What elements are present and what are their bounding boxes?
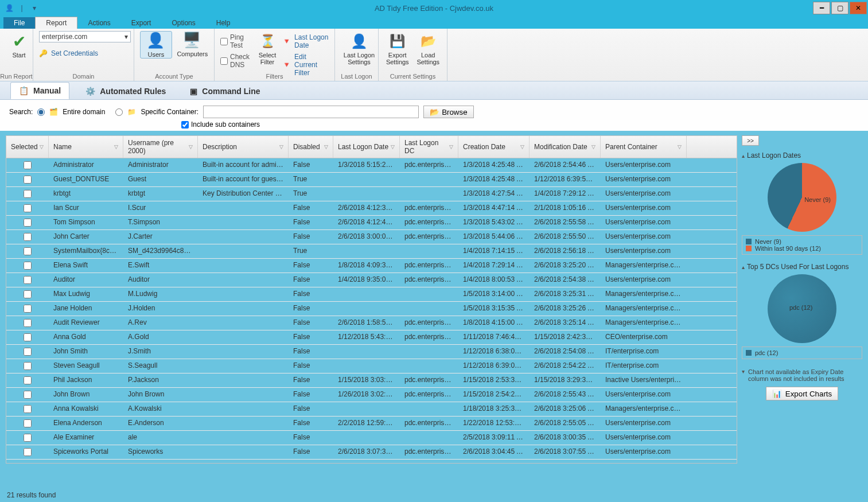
browse-button[interactable]: 📂Browse — [423, 106, 473, 118]
row-checkbox-cell[interactable] — [6, 330, 49, 344]
tab-actions[interactable]: Actions — [77, 17, 120, 29]
row-checkbox-cell[interactable] — [6, 187, 49, 201]
row-checkbox[interactable] — [24, 376, 32, 384]
row-checkbox[interactable] — [24, 190, 32, 198]
table-row[interactable]: Jane HoldenJ.HoldenFalse1/5/2018 3:15:35… — [6, 302, 737, 316]
table-row[interactable]: AdministratorAdministratorBuilt-in accou… — [6, 158, 737, 173]
row-checkbox-cell[interactable] — [6, 431, 49, 445]
row-checkbox-cell[interactable] — [6, 259, 49, 273]
table-row[interactable]: Spiceworks PortalSpiceworksFalse2/6/2018… — [6, 445, 737, 460]
include-sub-checkbox[interactable]: Include sub containers — [181, 120, 859, 129]
row-checkbox[interactable] — [24, 448, 32, 456]
container-combo[interactable] — [203, 106, 419, 118]
maximize-button[interactable]: ▢ — [831, 2, 848, 14]
domain-combo[interactable]: enterprise.com ▾ — [39, 31, 131, 42]
row-checkbox-cell[interactable] — [6, 158, 49, 172]
column-header[interactable]: Username (pre 2000)▽ — [123, 136, 198, 158]
column-header[interactable]: Disabled▽ — [289, 136, 333, 158]
users-button[interactable]: 👤 Users — [140, 31, 172, 59]
last-logon-settings-button[interactable]: 👤 Last Logon Settings — [341, 31, 377, 65]
table-row[interactable]: Anna KowalskiA.KowalskiFalse1/18/2018 3:… — [6, 402, 737, 417]
table-row[interactable]: John CarterJ.CarterFalse2/6/2018 3:00:00… — [6, 230, 737, 244]
filter-icon[interactable]: ▽ — [449, 144, 453, 150]
column-header[interactable]: Last Logon DC▽ — [400, 136, 458, 158]
row-checkbox[interactable] — [24, 391, 32, 399]
tab-command-line[interactable]: ▣Command Line — [182, 83, 268, 99]
row-checkbox[interactable] — [24, 233, 32, 241]
table-row[interactable]: krbtgtkrbtgtKey Distribution Center Serv… — [6, 187, 737, 201]
column-header[interactable]: Name▽ — [49, 136, 123, 158]
row-checkbox-cell[interactable] — [6, 244, 49, 258]
row-checkbox[interactable] — [24, 276, 32, 284]
tab-help[interactable]: Help — [206, 17, 241, 29]
row-checkbox[interactable] — [24, 419, 32, 427]
row-checkbox-cell[interactable] — [6, 345, 49, 359]
tab-report[interactable]: Report — [35, 17, 77, 29]
row-checkbox[interactable] — [24, 247, 32, 255]
collapse-panel-button[interactable]: >> — [742, 135, 759, 146]
filter-icon[interactable]: ▽ — [114, 144, 118, 150]
load-settings-button[interactable]: 📂 Load Settings — [415, 31, 442, 65]
filter-icon[interactable]: ▽ — [678, 144, 682, 150]
row-checkbox[interactable] — [24, 305, 32, 313]
row-checkbox[interactable] — [24, 290, 32, 298]
table-row[interactable]: Ale ExamineraleFalse2/5/2018 3:09:11 AM2… — [6, 431, 737, 445]
qat-dropdown-icon[interactable]: ▾ — [29, 2, 40, 14]
export-charts-button[interactable]: 📊Export Charts — [766, 387, 838, 400]
table-row[interactable]: Tom SimpsonT.SimpsonFalse2/6/2018 4:12:4… — [6, 216, 737, 230]
minimize-button[interactable]: ━ — [813, 2, 830, 14]
filter-icon[interactable]: ▽ — [324, 144, 328, 150]
row-checkbox-cell[interactable] — [6, 287, 49, 301]
column-header[interactable]: Last Logon Date▽ — [333, 136, 400, 158]
table-row[interactable]: John SmithJ.SmithFalse1/12/2018 6:38:08 … — [6, 345, 737, 359]
radio-entire-domain[interactable] — [37, 108, 45, 116]
last-logon-date-link[interactable]: 🔻Last Logon Date — [282, 33, 329, 49]
row-checkbox-cell[interactable] — [6, 273, 49, 287]
row-checkbox-cell[interactable] — [6, 302, 49, 316]
start-button[interactable]: ✔ Start — [6, 31, 32, 59]
table-row[interactable]: Steven SeagullS.SeagullFalse1/12/2018 6:… — [6, 359, 737, 373]
row-checkbox-cell[interactable] — [6, 316, 49, 330]
set-credentials-link[interactable]: 🔑 Set Credentials — [39, 49, 128, 57]
table-row[interactable]: John BrownJohn BrownFalse1/26/2018 3:02:… — [6, 388, 737, 402]
row-checkbox-cell[interactable] — [6, 201, 49, 215]
row-checkbox[interactable] — [24, 348, 32, 356]
row-checkbox-cell[interactable] — [6, 388, 49, 402]
row-checkbox[interactable] — [24, 161, 32, 169]
radio-specific-container[interactable] — [115, 108, 123, 116]
column-header[interactable]: Description▽ — [198, 136, 289, 158]
table-row[interactable]: Elena SwiftE.SwiftFalse1/8/2018 4:09:38 … — [6, 259, 737, 273]
table-row[interactable]: Phil JacksonP.JacksonFalse1/15/2018 3:03… — [6, 373, 737, 388]
filter-icon[interactable]: ▽ — [279, 144, 283, 150]
row-checkbox[interactable] — [24, 405, 32, 413]
tab-options[interactable]: Options — [161, 17, 205, 29]
row-checkbox[interactable] — [24, 176, 32, 184]
table-row[interactable]: Max LudwigM.LudwigFalse1/5/2018 3:14:00 … — [6, 287, 737, 302]
close-button[interactable]: ✕ — [850, 2, 867, 14]
column-header[interactable]: Creation Date▽ — [458, 136, 530, 158]
computers-button[interactable]: 🖥️ Computers — [177, 31, 208, 59]
row-checkbox[interactable] — [24, 219, 32, 227]
column-header[interactable]: Selected▽ — [6, 136, 49, 158]
row-checkbox[interactable] — [24, 333, 32, 341]
table-row[interactable]: SystemMailbox{8cc370d3SM_d423d9964c82442… — [6, 244, 737, 259]
file-menu[interactable]: File — [3, 17, 35, 29]
table-row[interactable]: Ian ScurI.ScurFalse2/6/2018 4:12:38 AMpd… — [6, 201, 737, 216]
filter-icon[interactable]: ▽ — [591, 144, 595, 150]
table-row[interactable]: Guest_DONTUSEGuestBuilt-in account for g… — [6, 173, 737, 187]
table-row[interactable]: Audit ReviewerA.RevFalse2/6/2018 1:58:52… — [6, 316, 737, 330]
row-checkbox-cell[interactable] — [6, 402, 49, 416]
table-row[interactable]: AuditorAuditorFalse1/4/2018 9:35:00 AMpd… — [6, 273, 737, 287]
row-checkbox-cell[interactable] — [6, 359, 49, 373]
row-checkbox-cell[interactable] — [6, 417, 49, 430]
filter-icon[interactable]: ▽ — [520, 144, 524, 150]
filter-icon[interactable]: ▽ — [391, 144, 395, 150]
filter-icon[interactable]: ▽ — [189, 144, 193, 150]
row-checkbox-cell[interactable] — [6, 216, 49, 229]
row-checkbox-cell[interactable] — [6, 373, 49, 387]
row-checkbox-cell[interactable] — [6, 230, 49, 244]
check-dns-checkbox[interactable]: Check DNS — [220, 53, 252, 69]
row-checkbox[interactable] — [24, 319, 32, 327]
ping-test-checkbox[interactable]: Ping Test — [220, 33, 252, 49]
qat-icon[interactable]: 👤 — [3, 2, 15, 14]
